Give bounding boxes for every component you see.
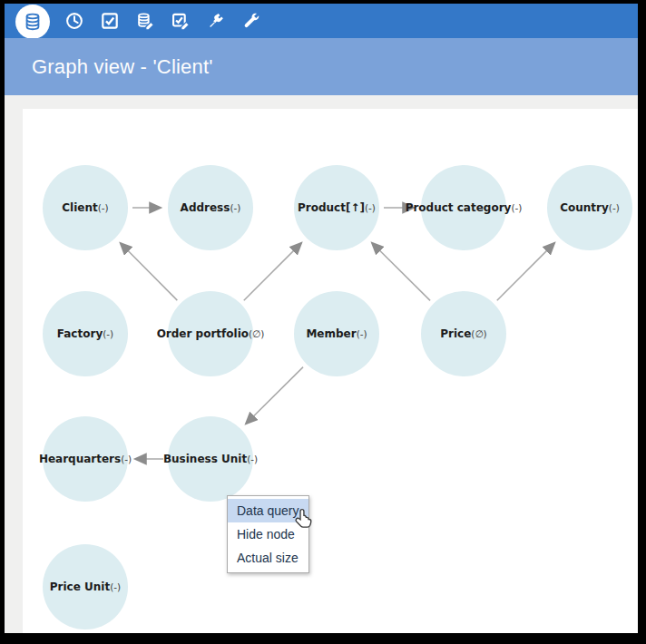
graph-edge-price-to-product: [372, 243, 430, 301]
wrench-button[interactable]: [240, 10, 262, 32]
node-label: Address(-): [181, 201, 241, 214]
graph-edge-price-to-country: [497, 243, 554, 300]
node-suffix: (-): [365, 202, 376, 213]
graph-node-product[interactable]: Product[↑](-): [294, 165, 379, 250]
task-check-button[interactable]: [99, 10, 121, 32]
menu-item-actual-size[interactable]: Actual size: [228, 546, 308, 570]
plug-button[interactable]: [205, 10, 227, 32]
graph-edge-member-to-business-unit: [246, 367, 303, 424]
node-label: Price(∅): [440, 327, 486, 340]
graph-node-price[interactable]: Price(∅): [421, 291, 506, 376]
graph-node-client[interactable]: Client(-): [43, 165, 128, 250]
node-label: Product category(-): [406, 201, 523, 214]
node-suffix: (-): [247, 454, 258, 464]
database-edit-icon: [135, 11, 155, 31]
graph-node-country[interactable]: Country(-): [547, 165, 632, 250]
app-window: Graph view - 'Client' Client(-)Address(-…: [5, 4, 638, 633]
node-suffix: (-): [121, 454, 132, 464]
database-edit-button[interactable]: [134, 10, 156, 32]
graph-node-address[interactable]: Address(-): [168, 165, 253, 250]
node-suffix: (-): [103, 328, 113, 339]
clock-button[interactable]: [64, 10, 85, 32]
menu-item-hide-node[interactable]: Hide node: [228, 522, 308, 546]
menu-item-data-query[interactable]: Data query: [228, 499, 308, 522]
node-label: Price Unit(-): [50, 581, 121, 593]
graph-node-order-portfolio[interactable]: Order portfolio(∅): [168, 291, 253, 376]
graph-edge-order-portfolio-to-product: [244, 243, 301, 300]
graph-node-product-category[interactable]: Product category(-): [421, 165, 506, 250]
graph-node-hearquarters[interactable]: Hearquarters(-): [43, 416, 128, 502]
task-edit-button[interactable]: [170, 10, 191, 32]
node-label: Client(-): [62, 201, 108, 214]
task-check-icon: [100, 11, 120, 31]
graph-edge-order-portfolio-to-client: [121, 243, 178, 300]
content-area: Client(-)Address(-)Product[↑](-)Product …: [5, 95, 638, 633]
toolbar: [5, 4, 638, 38]
view-header: Graph view - 'Client': [5, 38, 638, 95]
clock-icon: [64, 11, 84, 31]
graph-node-factory[interactable]: Factory(-): [43, 291, 128, 376]
context-menu: Data queryHide nodeActual size: [227, 495, 309, 573]
database-button[interactable]: [15, 5, 50, 39]
graph-node-price-unit[interactable]: Price Unit(-): [43, 544, 128, 629]
database-icon: [23, 12, 43, 32]
graph-node-business-unit[interactable]: Business Unit(-): [168, 416, 253, 502]
node-label: Hearquarters(-): [39, 453, 132, 465]
page-title: Graph view - 'Client': [32, 55, 213, 79]
node-suffix: (-): [110, 581, 121, 592]
node-label: Country(-): [560, 201, 620, 214]
node-suffix: (-): [98, 202, 109, 213]
graph-node-member[interactable]: Member(-): [294, 291, 379, 376]
node-suffix: (-): [230, 202, 240, 213]
wrench-icon: [241, 11, 261, 31]
node-suffix: (-): [357, 328, 367, 339]
node-label: Product[↑](-): [298, 201, 376, 214]
graph-canvas[interactable]: Client(-)Address(-)Product[↑](-)Product …: [23, 109, 638, 633]
task-edit-icon: [171, 11, 191, 31]
node-label: Order portfolio(∅): [157, 327, 265, 340]
plug-icon: [206, 11, 226, 31]
node-suffix: (∅): [471, 328, 486, 339]
node-suffix: (∅): [249, 328, 264, 339]
node-suffix: (-): [511, 202, 522, 213]
node-label: Factory(-): [57, 327, 113, 340]
node-label: Member(-): [306, 327, 367, 340]
node-label: Business Unit(-): [163, 453, 258, 465]
node-suffix: (-): [609, 202, 620, 213]
